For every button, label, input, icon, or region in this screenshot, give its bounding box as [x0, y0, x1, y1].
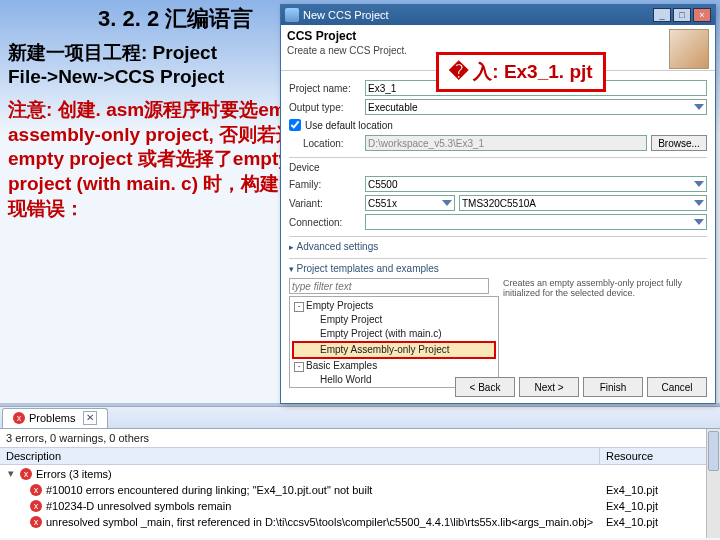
label-project-name: Project name: — [289, 83, 361, 94]
col-description[interactable]: Description — [0, 448, 600, 464]
error-text: #10010 errors encountered during linking… — [46, 484, 372, 496]
variant-select[interactable]: TMS320C5510A — [459, 195, 707, 211]
error-row[interactable]: x#10234-D unresolved symbols remain Ex4_… — [0, 498, 720, 514]
error-badge-icon: x — [13, 412, 25, 424]
error-icon: x — [30, 516, 42, 528]
maximize-button[interactable]: □ — [673, 8, 691, 22]
dialog-icon — [285, 8, 299, 22]
label-variant: Variant: — [289, 198, 361, 209]
error-row[interactable]: x#10010 errors encountered during linkin… — [0, 482, 720, 498]
problems-tabstrip: x Problems ✕ — [0, 407, 720, 429]
connection-select[interactable] — [365, 214, 707, 230]
template-tree[interactable]: Empty Projects Empty Project Empty Proje… — [289, 296, 499, 388]
error-group-label: Errors (3 items) — [36, 468, 112, 480]
advanced-settings-toggle[interactable]: Advanced settings — [289, 241, 707, 252]
browse-button[interactable]: Browse... — [651, 135, 707, 151]
label-connection: Connection: — [289, 217, 361, 228]
templates-toggle[interactable]: Project templates and examples — [289, 263, 707, 274]
problems-tab-close[interactable]: ✕ — [83, 411, 97, 425]
banner-icon — [669, 29, 709, 69]
error-resource: Ex4_10.pjt — [600, 482, 720, 498]
label-location: Location: — [289, 138, 361, 149]
tree-group-basic[interactable]: Basic Examples — [292, 359, 496, 373]
error-icon: x — [30, 500, 42, 512]
tree-leaf-empty[interactable]: Empty Project — [292, 313, 496, 327]
tree-leaf-asm-only[interactable]: Empty Assembly-only Project — [292, 341, 496, 359]
next-button[interactable]: Next > — [519, 377, 579, 397]
problems-scrollbar[interactable] — [706, 429, 720, 538]
dialog-title: New CCS Project — [303, 9, 389, 21]
minimize-button[interactable]: _ — [653, 8, 671, 22]
error-text: #10234-D unresolved symbols remain — [46, 500, 231, 512]
finish-button[interactable]: Finish — [583, 377, 643, 397]
label-family: Family: — [289, 179, 361, 190]
back-button[interactable]: < Back — [455, 377, 515, 397]
template-description: Creates an empty assembly-only project f… — [503, 278, 707, 388]
label-output-type: Output type: — [289, 102, 361, 113]
template-filter-input[interactable] — [289, 278, 489, 294]
error-resource: Ex4_10.pjt — [600, 514, 720, 530]
error-resource: Ex4_10.pjt — [600, 498, 720, 514]
problems-tab-label: Problems — [29, 412, 75, 424]
problems-header: Description Resource — [0, 447, 720, 465]
family-select[interactable]: C5500 — [365, 176, 707, 192]
scrollbar-thumb[interactable] — [708, 431, 719, 471]
error-row[interactable]: xunresolved symbol _main, first referenc… — [0, 514, 720, 530]
location-input — [365, 135, 647, 151]
col-resource[interactable]: Resource — [600, 448, 720, 464]
tree-group-empty[interactable]: Empty Projects — [292, 299, 496, 313]
error-group-row[interactable]: ▾xErrors (3 items) — [0, 465, 720, 482]
use-default-location-checkbox[interactable] — [289, 119, 301, 131]
banner-title: CCS Project — [287, 29, 669, 43]
error-icon: x — [20, 468, 32, 480]
annotation-input-callout: � 入: Ex3_1. pjt — [436, 52, 606, 92]
label-use-default: Use default location — [305, 120, 393, 131]
problems-tab[interactable]: x Problems ✕ — [2, 408, 108, 428]
device-group-label: Device — [289, 162, 707, 173]
problems-summary: 3 errors, 0 warnings, 0 others — [0, 429, 720, 447]
tree-leaf-empty-mainc[interactable]: Empty Project (with main.c) — [292, 327, 496, 341]
error-icon: x — [30, 484, 42, 496]
variant-filter-select[interactable]: C551x — [365, 195, 455, 211]
close-button[interactable]: × — [693, 8, 711, 22]
problems-pane: x Problems ✕ 3 errors, 0 warnings, 0 oth… — [0, 406, 720, 538]
output-type-select[interactable]: Executable — [365, 99, 707, 115]
cancel-button[interactable]: Cancel — [647, 377, 707, 397]
error-text: unresolved symbol _main, first reference… — [46, 516, 593, 528]
dialog-titlebar[interactable]: New CCS Project _ □ × — [281, 5, 715, 25]
collapse-icon[interactable]: ▾ — [6, 467, 16, 480]
